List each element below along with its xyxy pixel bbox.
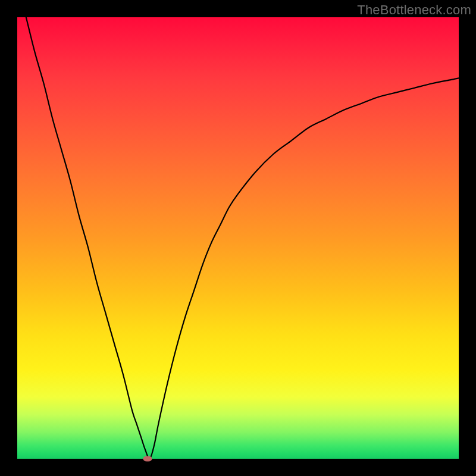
optimum-marker: [143, 456, 152, 462]
bottleneck-curve: [17, 17, 459, 459]
watermark-text: TheBottleneck.com: [357, 2, 471, 18]
plot-area: [17, 17, 459, 459]
chart-frame: TheBottleneck.com: [0, 0, 476, 476]
